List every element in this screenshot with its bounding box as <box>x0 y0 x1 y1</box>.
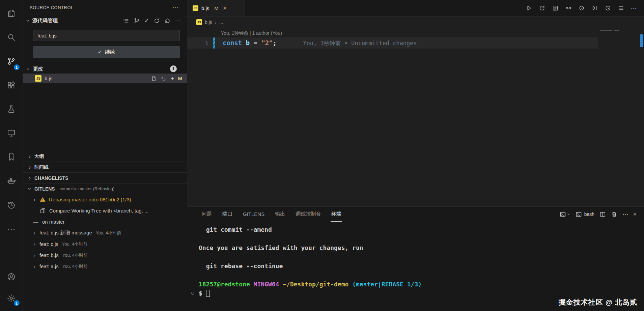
new-terminal-button[interactable]: › <box>560 211 570 218</box>
docker-icon[interactable] <box>0 169 23 193</box>
scm-more-icon[interactable]: ⋯ <box>175 18 181 24</box>
panel-tab-terminal[interactable]: 终端 <box>331 207 342 222</box>
gitlens-branch-row[interactable]: — on master <box>23 216 187 227</box>
run-to-icon[interactable] <box>591 5 598 11</box>
panel-tab-problems[interactable]: 问题 <box>201 207 213 222</box>
remote-monitor-icon[interactable] <box>0 121 23 145</box>
split-terminal-icon[interactable] <box>599 211 606 218</box>
settings-gear-icon[interactable]: 1 <box>0 287 23 309</box>
code-view[interactable]: You, 1秒钟前 | 1 author (You) 1 const b = "… <box>187 28 598 206</box>
panel-tab-output[interactable]: 输出 <box>274 207 286 222</box>
continue-button-label: 继续 <box>105 49 115 55</box>
modified-overview-marker <box>640 34 643 47</box>
pane-changelists[interactable]: › CHANGELISTS <box>23 172 187 183</box>
commit-row[interactable]: › feat: d.js 新增 message You, 4小时前 <box>23 227 187 238</box>
tab-modified-badge: M <box>214 5 219 11</box>
scm-provider-header[interactable]: › 源代码管理 ✓ ⋯ <box>23 15 187 26</box>
bookmarks-icon[interactable] <box>0 145 23 169</box>
target-icon[interactable] <box>578 5 585 11</box>
tab-bjs[interactable]: JS b.js M × <box>187 0 245 16</box>
shell-name: bash <box>584 211 594 217</box>
chevron-right-icon: › <box>32 252 36 258</box>
source-control-graph-icon[interactable] <box>134 18 140 24</box>
sync-icon[interactable] <box>164 18 171 24</box>
commit-row[interactable]: › feat: c.js You, 4小时前 <box>23 238 187 250</box>
command-decoration-icon <box>191 292 194 295</box>
commit-meta: You, 4小时前 <box>62 252 88 258</box>
changes-count-badge: 1 <box>170 65 177 72</box>
breadcrumb-more[interactable]: ... <box>219 20 223 25</box>
close-icon[interactable]: × <box>223 5 227 11</box>
changed-file-row[interactable]: JS b.js + M <box>23 74 187 83</box>
commit-row[interactable]: › feat: b.js You, 4小时前 <box>23 250 187 261</box>
more-views-icon[interactable]: ⋯ <box>0 217 23 241</box>
scrollbar-overview-ruler[interactable] <box>639 28 644 206</box>
panel-tab-gitlens[interactable]: GITLENS <box>242 207 265 222</box>
history-icon[interactable] <box>0 193 23 217</box>
extensions-icon[interactable] <box>0 73 23 97</box>
chevron-right-icon: › <box>215 19 217 25</box>
more-actions-icon[interactable]: ⋯ <box>631 5 637 11</box>
terminal-input-line[interactable]: $ <box>199 289 637 298</box>
sync-icon[interactable] <box>539 5 545 11</box>
stage-changes-icon[interactable]: + <box>170 75 174 82</box>
editor-area: JS b.js M × ⋯ JS b.js › ... <box>187 0 644 311</box>
explorer-icon[interactable] <box>0 1 23 25</box>
commit-message: feat: a.js <box>39 263 59 269</box>
panel-more-icon[interactable]: ⋯ <box>622 211 628 217</box>
close-panel-icon[interactable]: × <box>633 211 637 217</box>
account-icon[interactable] <box>0 266 23 287</box>
terminal-icon <box>560 211 566 218</box>
code-line-1[interactable]: 1 const b = "2";You, 1秒钟前 • Uncommitted … <box>187 37 598 49</box>
vscode-window: 1 ⋯ 1 SOURC <box>0 0 644 311</box>
chevron-down-icon: › <box>25 19 31 23</box>
changes-section-header[interactable]: › 更改 1 <box>23 64 187 74</box>
commit-message: feat: c.js <box>39 241 58 247</box>
discard-changes-icon[interactable] <box>161 76 167 82</box>
terminal-icon <box>576 211 582 218</box>
branch-label: on master <box>42 219 65 225</box>
test-flask-icon[interactable] <box>0 97 23 121</box>
panel-actions: › bash ⋯ × <box>560 207 637 222</box>
breadcrumb-file[interactable]: b.js <box>205 20 212 25</box>
commit-check-icon[interactable]: ✓ <box>144 18 149 24</box>
sidebar-source-control: SOURCE CONTROL ⋯ › 源代码管理 ✓ ⋯ ✓ 继续 › 更改 1 <box>23 0 187 311</box>
run-icon[interactable] <box>526 5 532 11</box>
menu-icon[interactable] <box>618 5 624 11</box>
activity-bar: 1 ⋯ 1 <box>0 0 23 311</box>
view-as-list-icon[interactable] <box>123 18 129 24</box>
terminal-instance-bash[interactable]: bash <box>576 211 594 218</box>
panel-tabs: 问题 端口 GITLENS 输出 调试控制台 终端 <box>201 207 342 222</box>
compare-icon <box>39 207 46 214</box>
terminal-line: git commit --amend <box>199 225 637 234</box>
panel-tab-ports[interactable]: 端口 <box>222 207 233 222</box>
pane-outline[interactable]: › 大纲 <box>23 151 187 162</box>
minimap[interactable] <box>598 28 639 206</box>
pane-gitlens[interactable]: › GITLENS commits: master (Rebasing) <box>23 183 187 194</box>
commit-message-input[interactable] <box>33 30 180 41</box>
minimap-line <box>614 30 619 31</box>
pane-outline-label: 大纲 <box>34 153 44 160</box>
commit-row[interactable]: › feat: a.js You, 4小时前 <box>23 261 187 272</box>
warning-icon <box>39 196 46 203</box>
settings-badge: 1 <box>14 300 20 306</box>
breadcrumb[interactable]: JS b.js › ... <box>187 17 644 28</box>
gitlens-codelens[interactable]: You, 1秒钟前 | 1 author (You) <box>221 29 598 37</box>
search-icon[interactable] <box>0 25 23 49</box>
open-file-icon[interactable] <box>151 76 157 82</box>
terminal-line: git rebase --continue <box>199 261 637 271</box>
gitlens-compare-row[interactable]: › Compare Working Tree with <branch, tag… <box>23 205 187 216</box>
pane-timeline[interactable]: › 时间线 <box>23 162 187 172</box>
refresh-icon[interactable] <box>153 18 160 24</box>
timeline-clock-icon[interactable] <box>605 5 611 11</box>
pane-changelists-label: CHANGELISTS <box>34 175 68 181</box>
sidebar-more-icon[interactable]: ⋯ <box>172 5 178 10</box>
kill-terminal-icon[interactable] <box>611 211 617 218</box>
gitlens-rebase-warning-row[interactable]: › Rebasing master onto 081b0c2 (1/3) <box>23 194 187 205</box>
open-changes-icon[interactable] <box>565 5 572 11</box>
continue-button[interactable]: ✓ 继续 <box>33 46 180 58</box>
source-control-icon[interactable]: 1 <box>0 49 23 73</box>
modified-status-badge: M <box>178 76 183 81</box>
output-icon[interactable] <box>552 5 559 11</box>
panel-tab-debug-console[interactable]: 调试控制台 <box>295 207 321 222</box>
